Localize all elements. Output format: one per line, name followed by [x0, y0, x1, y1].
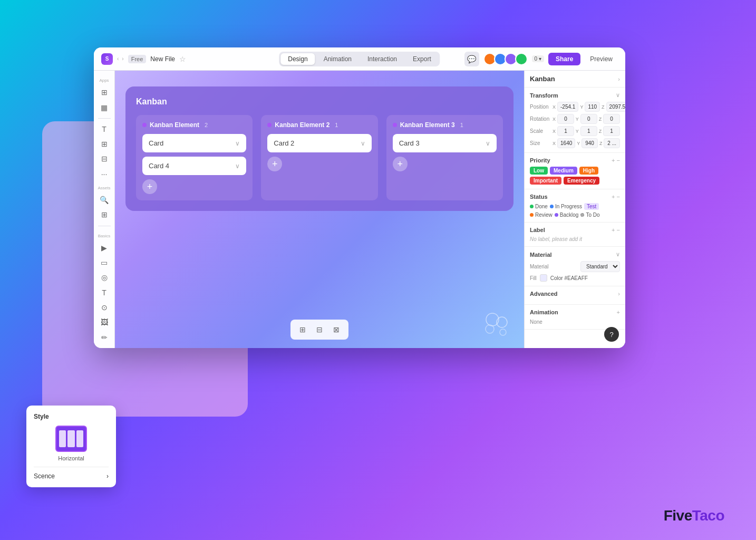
style-preview-box[interactable] [55, 426, 87, 452]
style-scene-arrow: › [106, 472, 109, 480]
animation-add[interactable]: + [617, 309, 620, 315]
scale-label: Scale [530, 128, 551, 134]
title-bar-right: 💬 0 ▾ Share Preview [464, 52, 618, 66]
panel-chevron[interactable]: › [618, 76, 620, 82]
position-z[interactable]: 2097.5 [606, 102, 625, 112]
label-placeholder: No label, please add it [530, 236, 620, 242]
badge-important[interactable]: Important [530, 177, 561, 185]
toolbar-zoom-icon[interactable]: ⊠ [329, 323, 343, 336]
scale-z[interactable]: 1 [603, 126, 620, 136]
advanced-header: Advanced › [530, 291, 620, 297]
svg-point-2 [486, 325, 494, 333]
back-arrow[interactable]: ‹ [117, 56, 119, 62]
style-col-2 [67, 430, 74, 447]
badge-emergency[interactable]: Emergency [564, 177, 599, 185]
sidebar-divider-1 [98, 118, 111, 119]
column-3-dot [393, 123, 397, 127]
size-y[interactable]: 940 [581, 138, 598, 148]
label-add[interactable]: + − [612, 227, 620, 233]
chat-icon[interactable]: 💬 [464, 52, 479, 66]
tab-interaction[interactable]: Interaction [360, 53, 404, 65]
sidebar-icon-grid[interactable]: ⊞ [97, 208, 112, 221]
kanban-card-3[interactable]: Card 3 ∨ [393, 134, 497, 152]
rotation-y[interactable]: 0 [580, 114, 597, 124]
material-select[interactable]: Standard [580, 261, 620, 272]
panel-header: Kanban › [525, 71, 625, 88]
material-toggle[interactable]: ∨ [616, 251, 620, 258]
fill-swatch[interactable] [540, 274, 547, 282]
kanban-card-1[interactable]: Card ∨ [142, 134, 246, 152]
style-scene-row[interactable]: Scence › [34, 472, 109, 480]
sidebar-icon-component[interactable]: ⊞ [97, 138, 112, 150]
transform-toggle[interactable]: ∨ [616, 92, 620, 99]
preview-button[interactable]: Preview [585, 53, 618, 65]
tab-animation[interactable]: Animation [316, 53, 359, 65]
sidebar-icon-layers[interactable]: ▦ [97, 101, 112, 113]
filename[interactable]: New File [150, 55, 175, 63]
column-2-add[interactable]: + [267, 157, 282, 171]
style-popup: Style Horizontal Scence › [26, 406, 116, 487]
column-3-add[interactable]: + [393, 157, 408, 171]
position-y[interactable]: 110 [585, 102, 600, 112]
share-button[interactable]: Share [548, 53, 580, 65]
brand-taco: Taco [692, 507, 724, 524]
style-name: Horizontal [58, 455, 84, 461]
advanced-toggle[interactable]: › [618, 291, 620, 297]
status-backlog: Backlog [555, 212, 579, 218]
card-3-label: Card 3 [399, 139, 420, 147]
tab-design[interactable]: Design [280, 53, 315, 65]
style-divider [34, 467, 109, 467]
toolbar-fit-icon[interactable]: ⊞ [296, 323, 309, 336]
kanban-column-3: Kanban Element 3 1 Card 3 ∨ + [386, 115, 503, 200]
animation-section: Animation + None [525, 305, 625, 330]
nav-arrows: ‹ › [117, 56, 124, 62]
column-3-count: 1 [460, 122, 463, 128]
position-x[interactable]: -254.1 [557, 102, 578, 112]
rotation-label: Rotation [530, 116, 551, 122]
rotation-x[interactable]: 0 [557, 114, 574, 124]
sidebar-icon-rect[interactable]: ▭ [97, 256, 112, 269]
kanban-card-4[interactable]: Card 4 ∨ [142, 157, 246, 175]
favorite-star[interactable]: ☆ [179, 55, 186, 63]
column-1-add[interactable]: + [142, 179, 157, 194]
sidebar-icon-table[interactable]: ⊟ [97, 152, 112, 165]
style-popup-title: Style [34, 413, 109, 420]
badge-low[interactable]: Low [530, 167, 548, 175]
tab-export[interactable]: Export [405, 53, 439, 65]
sidebar-icon-pen[interactable]: ✏ [97, 331, 112, 344]
help-button[interactable]: ? [604, 327, 619, 342]
size-z[interactable]: 2 ... [604, 138, 620, 148]
test-tag: Test [584, 203, 599, 210]
priority-add[interactable]: + − [612, 157, 620, 163]
size-x[interactable]: 1640 [557, 138, 575, 148]
assets-label: Assets [98, 186, 110, 190]
sidebar-icon-text[interactable]: T [97, 123, 112, 136]
column-3-title: Kanban Element 3 [400, 121, 455, 129]
column-1-title: Kanban Element [150, 121, 199, 129]
badge-medium[interactable]: Medium [550, 167, 577, 175]
status-section: Status + − Done In Progress Test [525, 189, 625, 223]
status-add[interactable]: + − [612, 194, 620, 200]
sidebar-icon-type[interactable]: T [97, 286, 112, 299]
card-1-chevron: ∨ [235, 140, 240, 147]
scale-x[interactable]: 1 [557, 126, 574, 136]
scale-y[interactable]: 1 [580, 126, 597, 136]
fivetaco-brand: FiveTaco [664, 507, 724, 524]
sidebar-icon-play[interactable]: ▶ [97, 242, 112, 254]
sidebar-icon-more[interactable]: ··· [97, 168, 112, 180]
sidebar-icon-image[interactable]: 🖼 [97, 316, 112, 329]
priority-section: Priority + − Low Medium High Important E… [525, 153, 625, 189]
rotation-z[interactable]: 0 [603, 114, 620, 124]
sidebar-icon-apps[interactable]: ⊞ [97, 86, 112, 99]
toolbar-center-icon[interactable]: ⊟ [313, 323, 326, 336]
sidebar-icon-circle[interactable]: ⊙ [97, 301, 112, 314]
kanban-card-2[interactable]: Card 2 ∨ [267, 134, 371, 152]
column-2-count: 1 [335, 122, 338, 128]
canvas-area[interactable]: Kanban Kanban Element 2 Card ∨ [115, 71, 524, 348]
sidebar-icon-shape[interactable]: ◎ [97, 271, 112, 284]
sidebar-divider-2 [98, 226, 111, 226]
badge-high[interactable]: High [579, 167, 598, 175]
brand-five: Five [664, 507, 692, 524]
sidebar-icon-search[interactable]: 🔍 [97, 194, 112, 206]
forward-arrow[interactable]: › [122, 56, 123, 62]
